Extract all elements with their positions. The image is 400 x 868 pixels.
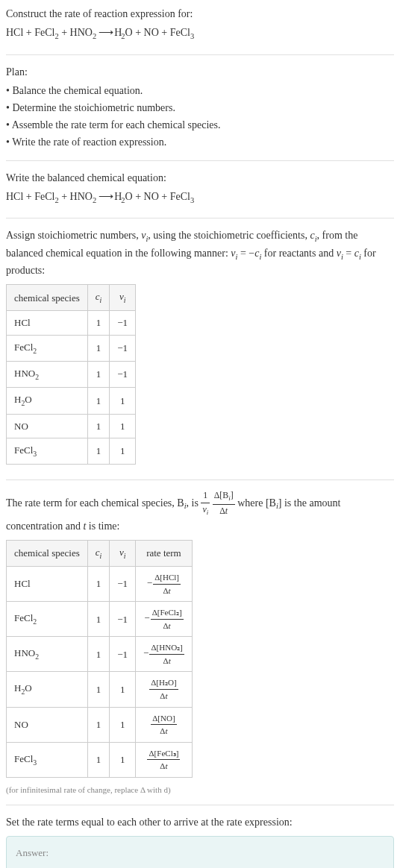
answer-box: Answer: rate = −Δ[HCl]Δt = −Δ[FeCl₂]Δt =… <box>6 836 394 868</box>
table-row: HCl1−1 <box>7 311 136 336</box>
intro-equation: HCl + FeCl2 + HNO2 ⟶ H2O + NO + FeCl3 <box>6 25 394 43</box>
table-header-row: chemical species ci νi <box>7 285 136 311</box>
balanced-heading: Write the balanced chemical equation: <box>6 170 394 186</box>
table-row: FeCl21−1 <box>7 335 136 361</box>
plan-item: • Assemble the rate term for each chemic… <box>6 117 394 133</box>
intro-text: Construct the rate of reaction expressio… <box>6 6 394 22</box>
final-heading: Set the rate terms equal to each other t… <box>6 814 394 830</box>
table-row: HCl1−1−Δ[HCl]Δt <box>7 567 193 602</box>
stoich-table: chemical species ci νi HCl1−1 FeCl21−1 H… <box>6 284 136 465</box>
plan-item: • Balance the chemical equation. <box>6 83 394 98</box>
table-row: HNO21−1 <box>7 362 136 388</box>
table-row: NO11Δ[NO]Δt <box>7 707 193 742</box>
table-header: ci <box>87 285 110 311</box>
table-row: HNO21−1−Δ[HNO₂]Δt <box>7 637 193 672</box>
plan-list: • Balance the chemical equation. • Deter… <box>6 83 394 150</box>
table-row: H2O11 <box>7 388 136 414</box>
table-row: FeCl311Δ[FeCl₃]Δt <box>7 742 193 777</box>
table-header: ci <box>87 540 110 566</box>
plan-item: • Write the rate of reaction expression. <box>6 134 394 150</box>
stoich-section: Assign stoichiometric numbers, νi, using… <box>6 227 394 480</box>
table-row: H2O11Δ[H₂O]Δt <box>7 672 193 707</box>
balanced-equation: HCl + FeCl2 + HNO2 ⟶ H2O + NO + FeCl3 <box>6 189 394 207</box>
plan-section: Plan: • Balance the chemical equation. •… <box>6 64 394 161</box>
rateterm-note: (for infinitesimal rate of change, repla… <box>6 784 394 796</box>
table-header-row: chemical species ci νi rate term <box>7 540 193 566</box>
table-header: νi <box>110 540 136 566</box>
table-header: chemical species <box>7 285 88 311</box>
plan-item: • Determine the stoichiometric numbers. <box>6 100 394 116</box>
rateterm-section: The rate term for each chemical species,… <box>6 489 394 805</box>
intro-section: Construct the rate of reaction expressio… <box>6 6 394 55</box>
table-header: chemical species <box>7 540 88 566</box>
rateterm-table: chemical species ci νi rate term HCl1−1−… <box>6 540 193 778</box>
table-row: NO11 <box>7 414 136 438</box>
answer-label: Answer: <box>16 846 384 861</box>
rateterm-text: The rate term for each chemical species,… <box>6 489 394 534</box>
stoich-text: Assign stoichiometric numbers, νi, using… <box>6 227 394 278</box>
plan-heading: Plan: <box>6 64 394 80</box>
table-header: νi <box>110 285 136 311</box>
table-header: rate term <box>136 540 193 566</box>
final-section: Set the rate terms equal to each other t… <box>6 814 394 868</box>
table-row: FeCl21−1−Δ[FeCl₂]Δt <box>7 602 193 637</box>
table-row: FeCl311 <box>7 438 136 465</box>
balanced-section: Write the balanced chemical equation: HC… <box>6 170 394 219</box>
